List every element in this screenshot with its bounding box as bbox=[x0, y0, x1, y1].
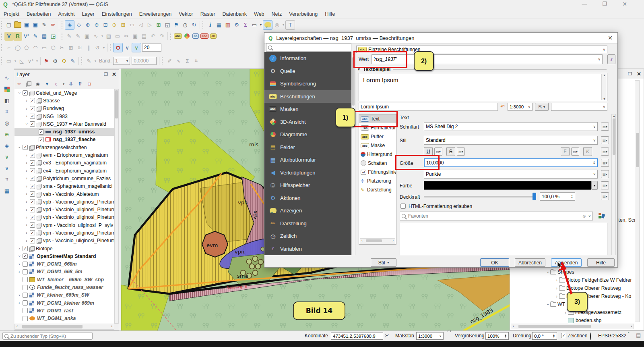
band-input[interactable] bbox=[115, 58, 124, 64]
clear-filter-icon[interactable]: ⊗ bbox=[582, 214, 586, 218]
layer-row[interactable]: ›✓ev4 - Eriophorum_vaginatum bbox=[14, 167, 114, 175]
add-postgis-layer-icon[interactable]: ▦ bbox=[40, 32, 49, 41]
favoriten-input[interactable] bbox=[408, 213, 580, 219]
snapping-icon[interactable]: Ω bbox=[113, 43, 123, 52]
profile-tool-icon[interactable]: ∿ bbox=[174, 56, 183, 65]
measure-dropdown-icon[interactable]: ▾ bbox=[259, 21, 263, 29]
expand-icon[interactable]: › bbox=[24, 153, 29, 158]
layer-row[interactable]: ●Funde_feucht_nass_wasser bbox=[14, 283, 114, 291]
pan-to-selection-icon[interactable]: ◇ bbox=[74, 21, 83, 29]
layer-checkbox[interactable]: ✓ bbox=[30, 153, 35, 158]
layer-checkbox[interactable] bbox=[23, 285, 28, 290]
dialog-search-field[interactable] bbox=[266, 43, 351, 52]
stil-button[interactable]: Stil▾ bbox=[371, 258, 396, 267]
search-dropdown-icon[interactable]: ▾ bbox=[281, 21, 285, 29]
open-project-icon[interactable] bbox=[13, 21, 22, 29]
layer-row[interactable]: ›✓evm - Eriophorum_vaginatum bbox=[14, 151, 114, 159]
expand-icon[interactable]: › bbox=[24, 106, 29, 111]
expand-icon[interactable]: › bbox=[554, 294, 559, 299]
new-3d-map-view-icon[interactable]: ◱ bbox=[163, 21, 172, 29]
remove-layer-icon[interactable]: ⊟ bbox=[86, 80, 93, 87]
pin-labels-icon[interactable]: ab bbox=[191, 32, 200, 41]
layout-manager-icon[interactable] bbox=[2, 85, 11, 94]
layer-checkbox[interactable]: ✓ bbox=[30, 176, 35, 181]
open-layer-styling-icon[interactable]: ✏ bbox=[16, 80, 23, 87]
browser-item[interactable]: ›Biotope Oberer Reutweg bbox=[510, 284, 635, 292]
layer-checkbox[interactable]: ✓ bbox=[30, 114, 35, 119]
data-defined-underline-button[interactable]: ▤▾ bbox=[434, 148, 442, 156]
expand-icon[interactable]: › bbox=[24, 176, 29, 181]
layer-row[interactable]: ›WT_DGM1_668_5m bbox=[14, 268, 114, 276]
layer-checkbox[interactable] bbox=[23, 277, 28, 282]
tab-text[interactable]: abcText bbox=[359, 114, 396, 123]
scroll-up-icon[interactable]: ▲ bbox=[352, 52, 355, 56]
menu-projekt[interactable]: Projekt bbox=[0, 11, 23, 17]
rectangle-tool-icon[interactable]: ▭ bbox=[40, 43, 49, 52]
new-project-icon[interactable]: ▢ bbox=[4, 21, 13, 29]
scroll-left-icon[interactable]: ‹ bbox=[513, 324, 514, 328]
label-mode-combo[interactable]: abc Einzelne Beschriftungen ∨ bbox=[356, 46, 607, 53]
statistics-icon[interactable]: ▥ bbox=[223, 21, 232, 29]
layer-checkbox[interactable]: ✓ bbox=[30, 168, 35, 173]
expand-icon[interactable]: › bbox=[24, 192, 29, 196]
underline-button[interactable]: U bbox=[424, 147, 433, 156]
bookmark-icon[interactable]: ⚑ bbox=[172, 21, 181, 29]
layer-row[interactable]: WT_DGM1_anka bbox=[14, 315, 114, 322]
zoom-full-icon[interactable]: ⊡ bbox=[101, 21, 110, 29]
browser-vscrollbar[interactable] bbox=[635, 80, 640, 322]
preview-scale-combo[interactable]: 1:3000∨ bbox=[508, 103, 533, 111]
layer-row[interactable]: ›WT_DGM1_668m bbox=[14, 260, 114, 268]
massstab-combo[interactable]: 1:3000∨ bbox=[416, 332, 444, 340]
cad-tools-icon[interactable]: ⌐ bbox=[4, 43, 13, 52]
processing-toolbox-icon[interactable]: ⚙ bbox=[232, 21, 241, 29]
layer-checkbox[interactable] bbox=[23, 316, 28, 321]
italic-button[interactable]: K bbox=[583, 147, 592, 156]
select-by-value-icon[interactable]: ∨° bbox=[26, 56, 35, 65]
zeichnen-checkbox[interactable]: ✓ bbox=[561, 333, 566, 338]
layer-row[interactable]: ›✓vph - Vaccinio_uliginosi_Pinetum bbox=[14, 214, 114, 221]
add-wms-layer-icon[interactable]: ◲ bbox=[49, 32, 58, 41]
locator-search-field[interactable] bbox=[2, 332, 93, 340]
tracing-icon[interactable]: ∨ bbox=[123, 43, 132, 52]
shape-digitizing-icon[interactable]: ∿ bbox=[2, 73, 11, 82]
raster-stretch-icon[interactable]: ✎ bbox=[85, 56, 93, 65]
browser-hscrollbar[interactable]: ‹ › bbox=[511, 324, 634, 329]
data-defined-opacity-button[interactable]: ▤▾ bbox=[601, 192, 609, 200]
collapse-icon[interactable]: › bbox=[17, 145, 22, 150]
enable-tracing-icon[interactable]: ∨ bbox=[132, 43, 141, 52]
pan-map-icon[interactable]: ◈ bbox=[65, 20, 74, 30]
select-by-area-icon[interactable]: ▭ bbox=[4, 56, 13, 65]
spinner-arrows-icon[interactable]: ▲▼ bbox=[571, 195, 573, 199]
spinner-arrows-icon[interactable]: ▲▼ bbox=[593, 161, 595, 165]
favoriten-combo[interactable]: ⊗ ∨ bbox=[400, 212, 593, 220]
deckkraft-slider-handle[interactable] bbox=[533, 193, 536, 200]
html-format-checkbox[interactable] bbox=[400, 204, 406, 209]
collapse-all-icon[interactable]: ⇈ bbox=[76, 80, 84, 87]
menu-netz[interactable]: Netz bbox=[268, 11, 286, 17]
current-edits-icon[interactable]: ✎ bbox=[65, 32, 74, 41]
expand-icon[interactable]: › bbox=[17, 270, 22, 274]
layer-checkbox[interactable]: ✓ bbox=[30, 98, 35, 103]
dialog-menu-quelle[interactable]: ⚙Quelle bbox=[264, 65, 351, 78]
layer-checkbox[interactable]: ✓ bbox=[23, 145, 28, 150]
more-digitizing-dropdown-icon[interactable]: ▾ bbox=[102, 43, 106, 52]
layer-checkbox[interactable]: ✓ bbox=[23, 246, 28, 251]
layer-checkbox[interactable]: ✓ bbox=[30, 199, 35, 204]
save-project-as-icon[interactable]: ▣ bbox=[31, 21, 40, 29]
layer-checkbox[interactable]: ✓ bbox=[30, 222, 35, 228]
strikeout-button[interactable]: S bbox=[446, 147, 455, 156]
expand-icon[interactable]: › bbox=[24, 208, 29, 212]
expand-icon[interactable]: › bbox=[24, 98, 29, 103]
layer-checkbox[interactable]: ✓ bbox=[39, 137, 44, 142]
vergroesserung-spinbox[interactable]: ▲▼ bbox=[485, 332, 509, 340]
collapse-icon[interactable]: › bbox=[17, 254, 22, 259]
data-defined-strikeout-button[interactable]: ▤▾ bbox=[457, 148, 465, 156]
zoom-next-icon[interactable]: ▷ bbox=[145, 21, 154, 29]
layer-checkbox[interactable]: ✓ bbox=[30, 106, 35, 111]
temporal-controller-icon[interactable]: ◷ bbox=[181, 21, 190, 29]
expand-icon[interactable]: › bbox=[24, 199, 29, 204]
layer-checkbox[interactable]: ✓ bbox=[30, 160, 35, 166]
tabs-hscrollbar[interactable]: ‹ › bbox=[360, 238, 395, 243]
delete-selected-icon[interactable]: ▭ bbox=[113, 32, 122, 41]
grid-tool-icon[interactable]: ⌗ bbox=[192, 56, 200, 65]
